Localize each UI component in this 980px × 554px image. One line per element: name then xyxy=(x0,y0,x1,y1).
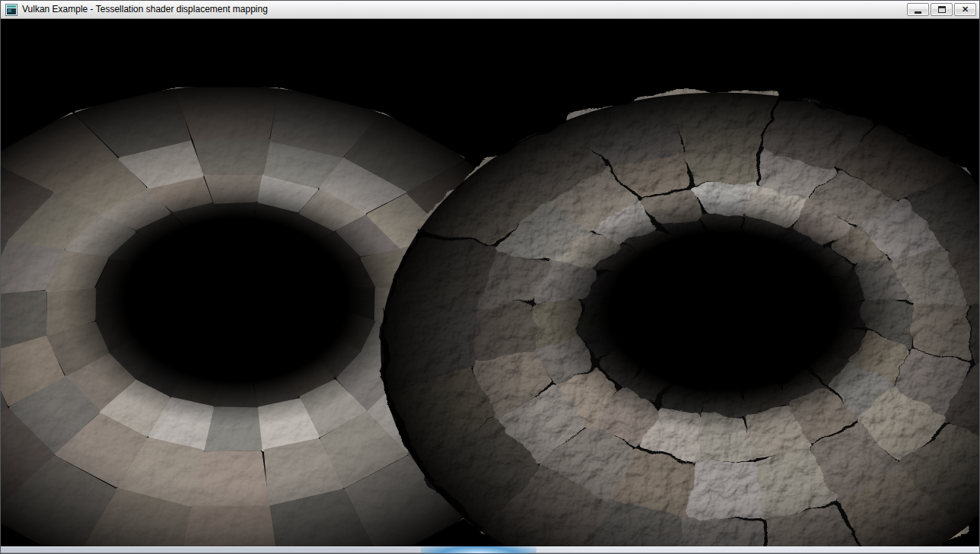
taskbar-strip xyxy=(1,546,979,553)
maximize-button[interactable] xyxy=(931,3,953,16)
taskbar-active-glow[interactable] xyxy=(421,546,536,553)
minimize-icon xyxy=(915,11,921,14)
app-icon xyxy=(5,4,18,16)
app-window: Vulkan Example - Tessellation shader dis… xyxy=(0,0,980,554)
window-title: Vulkan Example - Tessellation shader dis… xyxy=(22,1,268,18)
window-titlebar[interactable]: Vulkan Example - Tessellation shader dis… xyxy=(1,1,979,19)
window-controls: ✕ xyxy=(905,1,976,18)
minimize-button[interactable] xyxy=(907,3,929,16)
render-viewport[interactable] xyxy=(1,19,979,546)
torus-displacement-mapped xyxy=(380,92,979,546)
maximize-icon xyxy=(938,6,946,13)
close-icon: ✕ xyxy=(962,5,969,14)
torus-vignette xyxy=(380,92,979,546)
vulkan-scene xyxy=(1,19,979,546)
close-button[interactable]: ✕ xyxy=(954,3,976,16)
